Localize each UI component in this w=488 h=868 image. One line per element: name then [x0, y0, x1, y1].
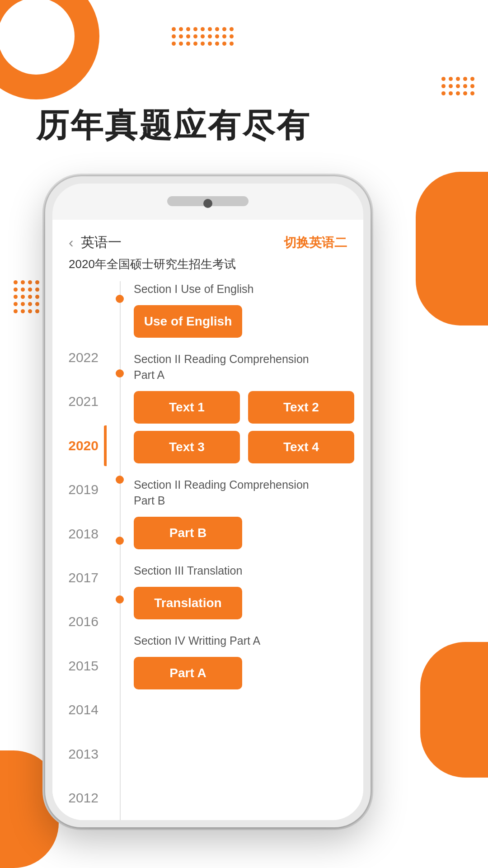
section2-row2: Text 3 Text 4: [134, 431, 354, 463]
phone-screen: ‹ 英语一 切换英语二 2020年全国硕士研究生招生考试 2022: [52, 220, 363, 820]
timeline: [111, 281, 129, 820]
year-2022[interactable]: 2022: [52, 335, 107, 379]
use-of-english-button[interactable]: Use of English: [134, 305, 242, 338]
section3-label: Section II Reading ComprehensionPart B: [134, 477, 354, 509]
section-reading-parta: Section II Reading ComprehensionPart A T…: [134, 351, 354, 463]
section1-buttons: Use of English: [134, 305, 354, 338]
year-2013[interactable]: 2013: [52, 732, 107, 776]
text4-button[interactable]: Text 4: [248, 431, 354, 463]
parta-button[interactable]: Part A: [134, 657, 242, 689]
screen-header: ‹ 英语一 切换英语二: [52, 220, 363, 256]
year-2020-active[interactable]: 2020: [52, 424, 107, 467]
section2-label: Section II Reading ComprehensionPart A: [134, 351, 354, 383]
section-writing: Section IV Writting Part A Part A: [134, 633, 354, 689]
text1-button[interactable]: Text 1: [134, 391, 240, 424]
section5-buttons: Part A: [134, 657, 354, 689]
section4-buttons: Translation: [134, 587, 354, 619]
year-sidebar: 2022 2021 2020 2019 2018 2017 2016 2015 …: [52, 281, 111, 820]
text2-button[interactable]: Text 2: [248, 391, 354, 424]
section5-label: Section IV Writting Part A: [134, 633, 354, 649]
year-2021[interactable]: 2021: [52, 379, 107, 423]
bg-orange-bottom-right: [420, 642, 488, 778]
section3-buttons: Part B: [134, 517, 354, 549]
partb-button[interactable]: Part B: [134, 517, 242, 549]
year-2017[interactable]: 2017: [52, 556, 107, 599]
translation-button[interactable]: Translation: [134, 587, 242, 619]
phone-camera: [203, 199, 212, 208]
section4-label: Section III Translation: [134, 563, 354, 579]
page-title: 历年真题应有尽有: [36, 104, 311, 147]
dots-top-center: [172, 27, 234, 46]
section2-row1: Text 1 Text 2: [134, 391, 354, 424]
section-translation: Section III Translation Translation: [134, 563, 354, 619]
phone-mockup: ‹ 英语一 切换英语二 2020年全国硕士研究生招生考试 2022: [45, 176, 371, 827]
dots-top-right: [441, 77, 474, 95]
header-title: 英语一: [81, 233, 122, 252]
back-button[interactable]: ‹: [69, 234, 74, 251]
dots-left-mid: [14, 280, 47, 313]
section-reading-partb: Section II Reading ComprehensionPart B P…: [134, 477, 354, 549]
section1-label: Section I Use of English: [134, 281, 354, 297]
year-2016[interactable]: 2016: [52, 600, 107, 644]
year-2019[interactable]: 2019: [52, 467, 107, 511]
switch-language-button[interactable]: 切换英语二: [284, 234, 347, 251]
exam-content: Section I Use of English Use of English …: [129, 281, 363, 820]
exam-subtitle: 2020年全国硕士研究生招生考试: [69, 257, 236, 284]
year-2014[interactable]: 2014: [52, 688, 107, 732]
year-2012[interactable]: 2012: [52, 776, 107, 820]
bg-circle-decoration: [0, 0, 99, 99]
year-2015[interactable]: 2015: [52, 644, 107, 688]
section-use-of-english: Section I Use of English Use of English: [134, 281, 354, 338]
text3-button[interactable]: Text 3: [134, 431, 240, 463]
bg-orange-right-mid: [416, 172, 488, 326]
year-2018[interactable]: 2018: [52, 512, 107, 556]
